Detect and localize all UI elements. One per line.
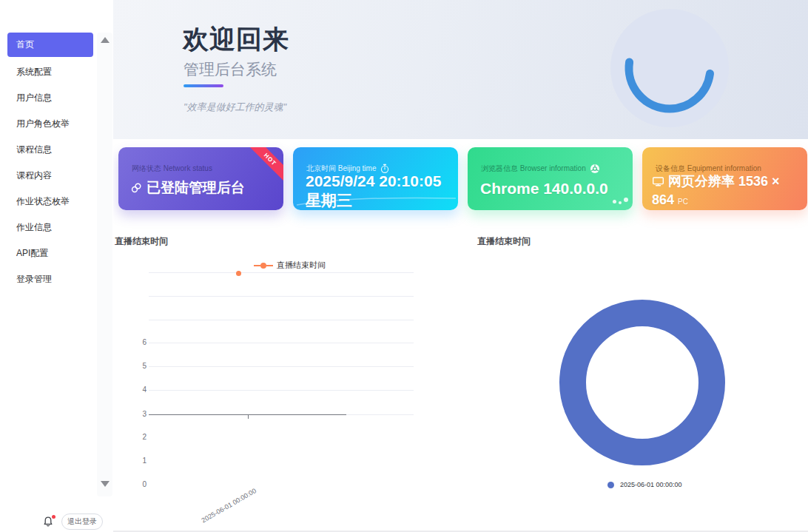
y-tick-label: 5	[120, 362, 147, 370]
card-browser-value: Chrome 140.0.0.0	[480, 180, 608, 198]
card-network-value-text: 已登陆管理后台	[147, 178, 245, 198]
card-network-label: 网络状态 Network status	[132, 164, 212, 174]
pie-chart-legend-item[interactable]: 2025-06-01 00:00:00	[607, 481, 682, 488]
legend-dot-marker	[260, 263, 266, 269]
sidebar-item-homework-status-enum[interactable]: 作业状态枚举	[0, 189, 113, 215]
scroll-down-icon[interactable]	[101, 481, 110, 487]
card-beijing-time: 北京时间 Beijing time 2025/9/24 20:10:05 星期三	[293, 147, 458, 210]
legend-label: 2025-06-01 00:00:00	[620, 481, 682, 488]
card-network-status: HOT 网络状态 Network status 已登陆管理后台	[118, 147, 283, 210]
page-subtitle: 管理后台系统	[184, 59, 277, 80]
monitor-icon	[652, 175, 664, 187]
hot-badge: HOT	[245, 147, 283, 184]
sidebar-item-homework-info[interactable]: 作业信息	[0, 215, 113, 240]
sidebar-item-system-config[interactable]: 系统配置	[0, 59, 113, 85]
card-browser-info: 浏览器信息 Browser information Chrome 140.0.0…	[468, 147, 633, 210]
donut-ring[interactable]	[559, 299, 726, 466]
x-tick-label: 2025-06-01 00:00:00	[184, 487, 257, 532]
card-network-value: 已登陆管理后台	[130, 178, 245, 198]
y-tick-label: 0	[120, 480, 147, 488]
gridline	[149, 320, 414, 320]
accent-divider	[184, 84, 223, 87]
legend-line-marker	[254, 265, 260, 266]
y-tick-label: 1	[120, 457, 147, 465]
spinner-arc-icon	[610, 9, 729, 127]
x-axis-tick	[248, 415, 249, 419]
chrome-icon	[590, 164, 600, 174]
logout-button[interactable]: 退出登录	[61, 514, 103, 530]
sidebar-item-course-content[interactable]: 课程内容	[0, 163, 113, 189]
notification-badge-dot	[52, 515, 55, 519]
line-chart-legend-item[interactable]: 直播结束时间	[254, 260, 326, 271]
sidebar-item-user-role-enum[interactable]: 用户角色枚举	[0, 111, 113, 137]
scroll-up-icon[interactable]	[101, 37, 110, 43]
legend-label: 直播结束时间	[277, 260, 326, 271]
y-tick-label: 6	[120, 338, 147, 346]
hero-banner: 欢迎回来 管理后台系统 "效率是做好工作的灵魂"	[113, 0, 808, 139]
sidebar-item-user-info[interactable]: 用户信息	[0, 85, 113, 111]
card-network-label-text: 网络状态 Network status	[132, 164, 212, 174]
motto-text: "效率是做好工作的灵魂"	[184, 101, 286, 114]
notification-bell-button[interactable]	[42, 516, 57, 531]
gridline	[149, 296, 414, 297]
y-tick-label: 2	[120, 433, 147, 441]
gridline	[149, 390, 414, 391]
gridline	[149, 366, 414, 367]
card-device-info: 设备信息 Equipment information 网页分辨率 1536 × …	[642, 147, 807, 210]
card-time-value: 2025/9/24 20:10:05 星期三	[306, 172, 454, 210]
pie-chart-live-end-time: 直播结束时间 2025-06-01 00:00:00	[476, 231, 808, 532]
sidebar: 首页 系统配置 用户信息 用户角色枚举 课程信息 课程内容 作业状态枚举 作业信…	[0, 0, 113, 532]
sidebar-item-course-info[interactable]: 课程信息	[0, 137, 113, 163]
y-tick-label: 3	[120, 410, 147, 418]
card-device-suffix: PC	[678, 198, 688, 206]
sidebar-item-login-management[interactable]: 登录管理	[0, 266, 113, 292]
page-title: 欢迎回来	[183, 22, 289, 57]
link-icon	[130, 182, 142, 194]
gridline	[149, 343, 414, 343]
line-series-datapoint	[236, 271, 241, 276]
card-browser-label: 浏览器信息 Browser information	[481, 164, 600, 174]
line-chart-live-end-time: 直播结束时间 直播结束时间 6 5 4 3 2 1 0 2025-06-01 0…	[113, 231, 474, 532]
legend-dot-marker	[607, 482, 614, 488]
sidebar-item-home[interactable]: 首页	[7, 33, 93, 57]
y-tick-label: 4	[120, 385, 147, 394]
card-device-value: 网页分辨率 1536 × 864 PC	[652, 172, 803, 210]
card-device-value-text: 网页分辨率 1536 × 864	[652, 174, 780, 207]
legend-line-marker	[266, 265, 273, 266]
line-chart-title: 直播结束时间	[115, 235, 168, 248]
pie-chart-title: 直播结束时间	[477, 235, 531, 248]
sidebar-menu: 首页 系统配置 用户信息 用户角色枚举 课程信息 课程内容 作业状态枚举 作业信…	[0, 33, 113, 292]
main-content: 欢迎回来 管理后台系统 "效率是做好工作的灵魂" HOT 网络状态 Networ…	[113, 0, 808, 532]
card-browser-label-text: 浏览器信息 Browser information	[481, 164, 586, 174]
sidebar-item-api-config[interactable]: API配置	[0, 240, 113, 266]
avatar-placeholder-circle	[610, 9, 729, 127]
gridline	[149, 272, 414, 273]
